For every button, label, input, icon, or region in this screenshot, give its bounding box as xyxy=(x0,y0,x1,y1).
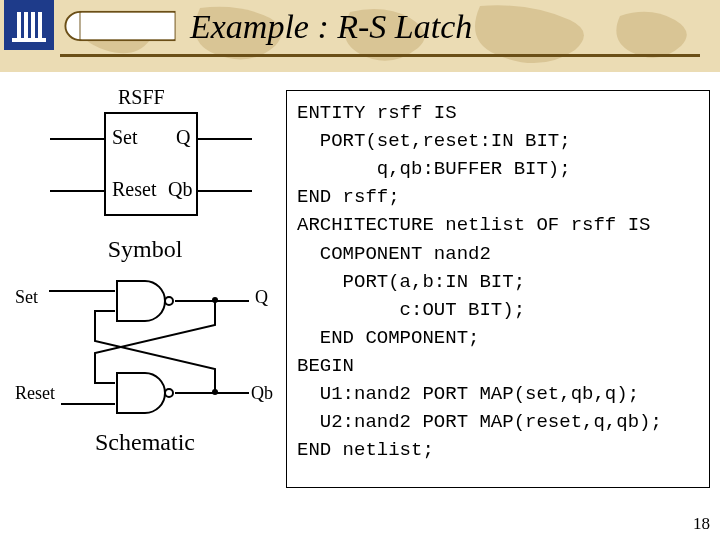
title-bar: Example : R-S Latch xyxy=(60,8,700,58)
symbol-port-reset: Reset xyxy=(112,178,156,201)
left-column: RSFF Set Reset Q Qb Symbol Set Reset U1 … xyxy=(10,90,280,456)
symbol-block-label: RSFF xyxy=(118,86,165,109)
logo-icon xyxy=(4,0,54,50)
vhdl-code-block: ENTITY rsff IS PORT(set,reset:IN BIT; q,… xyxy=(286,90,710,488)
symbol-port-q: Q xyxy=(176,126,190,149)
vhdl-code: ENTITY rsff IS PORT(set,reset:IN BIT; q,… xyxy=(297,99,699,464)
schematic-diagram: Set Reset U1 U2 Q Qb xyxy=(15,273,275,423)
wire xyxy=(50,138,104,140)
svg-point-5 xyxy=(212,297,218,303)
title-underline xyxy=(60,54,700,57)
wire xyxy=(198,138,252,140)
wire xyxy=(198,190,252,192)
symbol-port-qb: Qb xyxy=(168,178,192,201)
schematic-caption: Schematic xyxy=(10,429,280,456)
svg-point-6 xyxy=(212,389,218,395)
symbol-port-set: Set xyxy=(112,126,138,149)
slide: Example : R-S Latch RSFF Set Reset Q Qb … xyxy=(0,0,720,540)
title-ornament-icon xyxy=(60,10,180,42)
symbol-caption: Symbol xyxy=(10,236,280,263)
cross-coupling-wires xyxy=(15,273,275,423)
svg-rect-2 xyxy=(80,13,174,39)
page-number: 18 xyxy=(693,514,710,534)
wire xyxy=(50,190,104,192)
symbol-diagram: RSFF Set Reset Q Qb xyxy=(40,90,250,230)
page-title: Example : R-S Latch xyxy=(190,8,472,46)
